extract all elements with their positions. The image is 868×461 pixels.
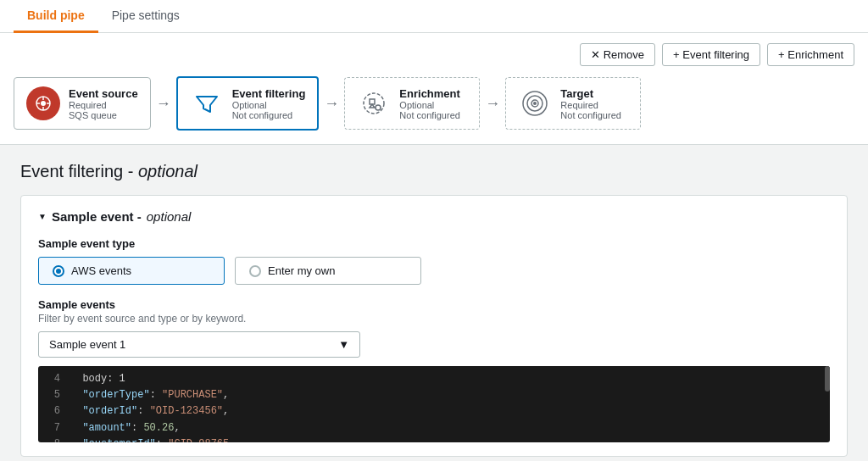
target-icon	[518, 86, 552, 120]
step-target[interactable]: Target Required Not configured	[505, 77, 641, 130]
step-enrichment[interactable]: Enrichment Optional Not configured	[344, 77, 480, 130]
enrichment-icon	[357, 86, 391, 120]
svg-point-7	[364, 93, 384, 114]
svg-point-9	[376, 105, 381, 110]
radio-group: AWS events Enter my own	[38, 257, 830, 285]
radio-enter-own[interactable]: Enter my own	[235, 257, 421, 285]
code-block: 4 body: 1 5 "orderType": "PURCHASE", 6 "…	[38, 366, 830, 442]
event-source-sub: Required	[69, 100, 138, 110]
remove-button[interactable]: ✕ Remove	[580, 43, 655, 66]
target-desc: Not configured	[560, 110, 621, 120]
event-source-title: Event source	[69, 87, 138, 100]
tab-pipe-settings[interactable]: Pipe settings	[98, 0, 193, 33]
arrow-3: →	[480, 95, 505, 113]
arrow-1: →	[151, 95, 176, 113]
event-filtering-icon	[190, 86, 224, 120]
code-line-6: 6 "orderId": "OID-123456",	[47, 403, 821, 419]
svg-point-14	[533, 102, 537, 105]
target-title: Target	[560, 87, 621, 100]
event-source-text: Event source Required SQS queue	[69, 87, 138, 120]
sample-events-label: Sample events	[38, 298, 830, 311]
enrichment-text: Enrichment Optional Not configured	[399, 87, 460, 120]
tabs-bar: Build pipe Pipe settings	[0, 0, 868, 33]
pipeline-toolbar: ✕ Remove + Event filtering + Enrichment	[14, 43, 854, 66]
chevron-down-icon: ▼	[338, 338, 349, 351]
enrichment-sub: Optional	[399, 100, 460, 110]
code-line-7: 7 "amount": 50.26,	[47, 420, 821, 436]
page-title: Event filtering - optional	[20, 162, 848, 181]
event-filtering-text: Event filtering Optional Not configured	[232, 87, 306, 120]
add-enrichment-button[interactable]: + Enrichment	[767, 43, 854, 66]
tab-build-pipe[interactable]: Build pipe	[14, 0, 98, 33]
scrollbar[interactable]	[825, 366, 830, 392]
radio-dot-aws	[53, 265, 64, 277]
radio-aws-events[interactable]: AWS events	[38, 257, 225, 285]
code-line-8: 8 "customerId": "CID-98765	[47, 436, 821, 442]
sample-events-hint: Filter by event source and type or by ke…	[38, 313, 830, 325]
add-event-filtering-button[interactable]: + Event filtering	[662, 43, 760, 66]
event-source-icon	[26, 86, 60, 120]
sample-event-dropdown[interactable]: Sample event 1 ▼	[38, 331, 360, 358]
enrichment-title: Enrichment	[399, 87, 460, 100]
event-source-desc: SQS queue	[69, 110, 138, 120]
form-label: Sample event type	[38, 237, 830, 250]
arrow-2: →	[319, 95, 344, 113]
event-filtering-sub: Optional	[232, 100, 306, 110]
pipeline-area: ✕ Remove + Event filtering + Enrichment	[0, 33, 868, 145]
event-filtering-title: Event filtering	[232, 87, 306, 100]
step-event-filtering[interactable]: Event filtering Optional Not configured	[176, 76, 320, 131]
step-event-source[interactable]: Event source Required SQS queue	[14, 77, 151, 130]
code-line-5: 5 "orderType": "PURCHASE",	[47, 387, 821, 403]
x-icon: ✕	[591, 48, 600, 61]
code-line-4: 4 body: 1	[47, 371, 821, 387]
main-content: Event filtering - optional ▼ Sample even…	[0, 145, 868, 461]
radio-dot-own	[249, 265, 261, 277]
svg-point-2	[41, 101, 46, 106]
target-sub: Required	[560, 100, 621, 110]
enrichment-desc: Not configured	[399, 110, 460, 120]
event-filtering-desc: Not configured	[232, 110, 306, 120]
panel-title: ▼ Sample event - optional	[38, 209, 830, 224]
target-text: Target Required Not configured	[560, 87, 621, 120]
pipeline-steps: Event source Required SQS queue → Event …	[14, 76, 854, 131]
sample-event-panel: ▼ Sample event - optional Sample event t…	[20, 195, 848, 457]
collapse-icon[interactable]: ▼	[38, 212, 47, 221]
